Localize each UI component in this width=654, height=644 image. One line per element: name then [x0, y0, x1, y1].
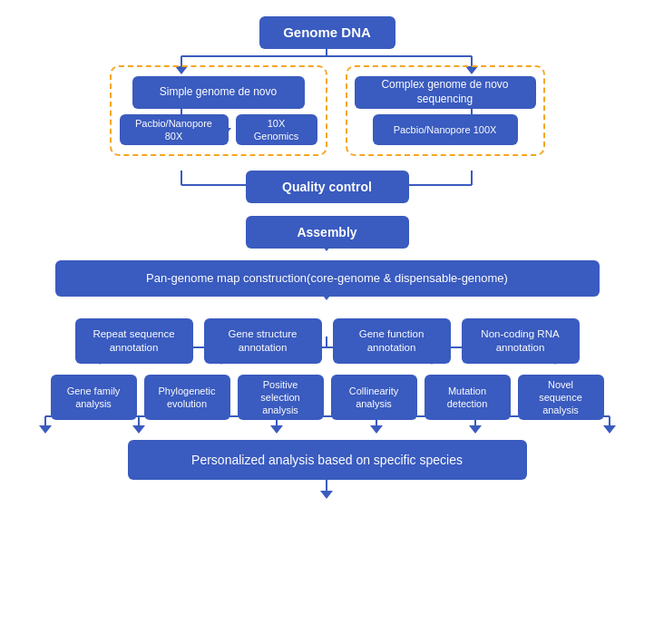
svg-marker-49: [603, 425, 616, 434]
svg-marker-47: [469, 425, 482, 434]
diagram: Genome DNA: [0, 0, 654, 644]
repeat-annotation-box: Repeat sequence annotation: [75, 318, 193, 364]
simple-genome-box: Simple genome de novo: [132, 76, 305, 109]
svg-marker-39: [39, 425, 52, 434]
svg-marker-51: [320, 491, 333, 499]
phylogenetic-box: Phylogenetic evolution: [144, 375, 230, 420]
pacbio-80x-box: Pacbio/Nanopore 80X: [120, 114, 229, 145]
collinearity-box: Collinearity analysis: [331, 375, 417, 420]
svg-marker-43: [270, 425, 283, 434]
right-branch: Complex genome de novo sequencing Pacbio…: [346, 65, 545, 156]
final-analysis-box: Personalized analysis based on specific …: [128, 440, 527, 480]
10x-genomics-box: 10X Genomics: [236, 114, 317, 145]
novel-sequence-box: Novel sequence analysis: [518, 375, 604, 420]
gene-function-box: Gene function annotation: [333, 318, 451, 364]
pacbio-100x-box: Pacbio/Nanopore 100X: [373, 114, 518, 145]
positive-selection-box: Positive selection analysis: [238, 375, 324, 420]
gene-family-box: Gene family analysis: [51, 375, 137, 420]
mutation-detection-box: Mutation detection: [425, 375, 511, 420]
quality-control-box: Quality control: [246, 171, 409, 203]
complex-genome-box: Complex genome de novo sequencing: [355, 76, 536, 109]
pan-genome-box: Pan-genome map construction(core-genome …: [55, 260, 600, 297]
genome-dna-box: Genome DNA: [259, 16, 395, 49]
noncoding-rna-box: Non-coding RNA annotation: [462, 318, 580, 364]
svg-marker-45: [370, 425, 383, 434]
left-branch: Simple genome de novo Pacbio/Nanopore 80…: [110, 65, 327, 156]
svg-marker-41: [132, 425, 145, 434]
gene-structure-box: Gene structure annotation: [204, 318, 322, 364]
assembly-box: Assembly: [246, 216, 409, 249]
